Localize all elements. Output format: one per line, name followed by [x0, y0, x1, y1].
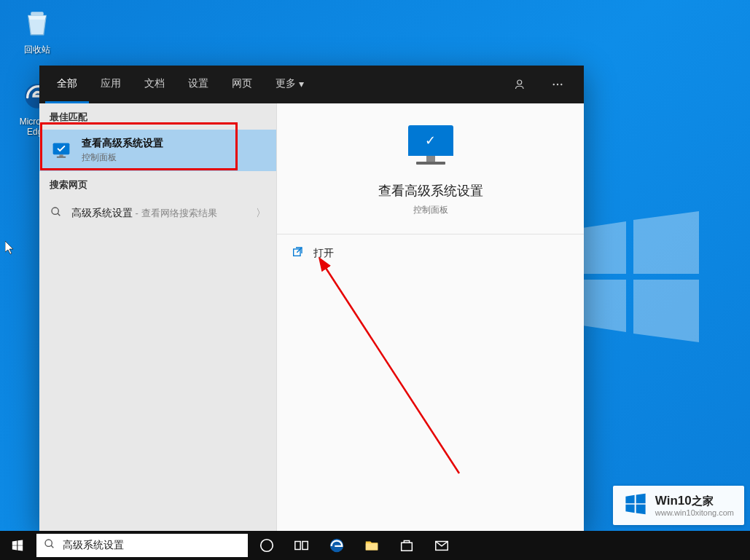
- svg-rect-0: [31, 12, 44, 15]
- search-body: 最佳匹配 查看高级系统设置 控制面板 搜索网页: [39, 103, 584, 531]
- search-tabs: 全部 应用 文档 设置 网页 更多 ▾: [45, 66, 509, 103]
- svg-rect-31: [366, 543, 378, 550]
- svg-rect-28: [295, 542, 300, 550]
- svg-line-14: [58, 213, 60, 216]
- svg-line-26: [51, 545, 53, 548]
- taskbar-mail-icon[interactable]: [424, 531, 459, 560]
- search-icon: [50, 206, 63, 221]
- svg-marker-22: [17, 540, 23, 545]
- svg-marker-20: [636, 505, 645, 515]
- svg-point-13: [52, 208, 58, 214]
- svg-marker-19: [625, 505, 634, 513]
- result-title: 查看高级系统设置: [82, 137, 163, 150]
- preview-subtitle: 控制面板: [292, 204, 569, 216]
- svg-marker-24: [17, 545, 23, 551]
- svg-marker-23: [12, 545, 17, 550]
- taskbar-search-box[interactable]: [36, 534, 248, 557]
- svg-marker-18: [636, 494, 645, 504]
- watermark-url: www.win10xitong.com: [655, 508, 734, 517]
- taskbar: [0, 531, 750, 560]
- taskbar-edge-icon[interactable]: [319, 531, 354, 560]
- watermark-logo-icon: [623, 492, 648, 519]
- svg-point-9: [560, 84, 562, 85]
- tab-web[interactable]: 网页: [220, 66, 264, 103]
- web-search-header: 搜索网页: [39, 171, 276, 197]
- action-open[interactable]: 打开: [277, 234, 584, 272]
- svg-rect-11: [59, 154, 63, 157]
- preview-column: ✓ 查看高级系统设置 控制面板 打开: [276, 103, 584, 531]
- preview-title: 查看高级系统设置: [292, 182, 569, 200]
- action-open-label: 打开: [313, 247, 334, 260]
- web-search-item[interactable]: 高级系统设置 - 查看网络搜索结果 〉: [39, 197, 276, 229]
- taskbar-taskview-icon[interactable]: [284, 531, 319, 560]
- svg-point-8: [557, 84, 558, 85]
- svg-point-7: [553, 84, 555, 85]
- recycle-bin-label: 回收站: [10, 44, 64, 56]
- svg-rect-29: [302, 542, 308, 550]
- tab-apps[interactable]: 应用: [89, 66, 133, 103]
- svg-rect-12: [57, 156, 66, 157]
- recycle-bin-icon: [20, 6, 55, 41]
- search-icon: [44, 538, 55, 553]
- tab-more[interactable]: 更多 ▾: [264, 66, 316, 103]
- results-left-column: 最佳匹配 查看高级系统设置 控制面板 搜索网页: [39, 103, 276, 531]
- taskbar-cortana-icon[interactable]: [249, 531, 284, 560]
- svg-marker-17: [625, 495, 634, 504]
- taskbar-explorer-icon[interactable]: [354, 531, 389, 560]
- tab-all[interactable]: 全部: [45, 66, 89, 103]
- feedback-icon[interactable]: [509, 73, 533, 96]
- best-match-header: 最佳匹配: [39, 103, 276, 130]
- web-query-suffix: - 查看网络搜索结果: [133, 208, 217, 218]
- preview-header: ✓ 查看高级系统设置 控制面板: [277, 103, 584, 234]
- open-icon: [292, 246, 303, 261]
- best-match-result[interactable]: 查看高级系统设置 控制面板: [39, 130, 276, 171]
- watermark-title-en: Win10: [655, 494, 692, 508]
- svg-point-25: [45, 540, 52, 546]
- result-subtitle: 控制面板: [82, 151, 163, 164]
- search-panel: 全部 应用 文档 设置 网页 更多 ▾ 最佳匹配: [39, 66, 584, 531]
- svg-point-27: [261, 540, 273, 552]
- preview-monitor-icon: ✓: [405, 125, 456, 169]
- desktop: 回收站 Microsoft Edge 全部 应用 文档 设置 网页 更多 ▾: [0, 0, 750, 560]
- watermark: Win10之家 www.win10xitong.com: [613, 486, 744, 525]
- tab-more-label: 更多: [276, 77, 296, 90]
- start-button[interactable]: [0, 531, 35, 560]
- taskbar-search-input[interactable]: [63, 540, 241, 551]
- chevron-down-icon: ▾: [299, 78, 304, 90]
- svg-marker-5: [633, 280, 699, 342]
- svg-marker-3: [633, 211, 699, 274]
- svg-marker-21: [12, 541, 17, 545]
- chevron-right-icon: 〉: [256, 207, 266, 220]
- taskbar-store-icon[interactable]: [389, 531, 424, 560]
- tab-documents[interactable]: 文档: [133, 66, 176, 103]
- tab-settings[interactable]: 设置: [176, 66, 220, 103]
- cursor-icon: [5, 241, 17, 259]
- svg-point-6: [517, 80, 522, 84]
- monitor-icon: [50, 139, 73, 162]
- watermark-title-zh: 之家: [692, 494, 714, 507]
- more-options-icon[interactable]: [546, 73, 569, 96]
- web-query: 高级系统设置: [71, 207, 133, 218]
- search-header: 全部 应用 文档 设置 网页 更多 ▾: [39, 66, 584, 103]
- desktop-icon-recycle-bin[interactable]: 回收站: [10, 6, 64, 56]
